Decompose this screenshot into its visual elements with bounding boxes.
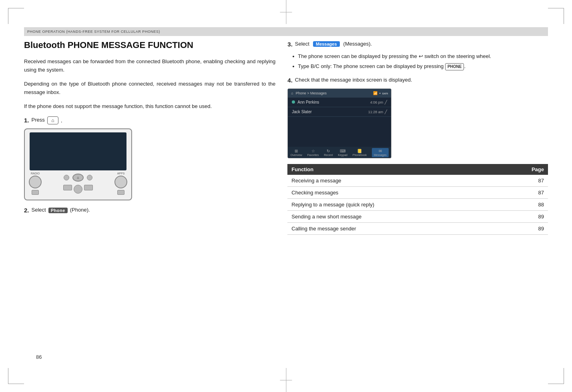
bullet-1: The phone screen can be displayed by pre…: [292, 52, 548, 61]
phone-screen-mockup: ⌂ Phone > Messages 📶 ▪ sxm Ann Perkins 4…: [287, 88, 391, 158]
steering-icon: ↩: [419, 53, 423, 59]
page-title: Bluetooth PHONE MESSAGE FUNCTION: [24, 40, 275, 50]
radio-label: RADIO: [31, 172, 40, 175]
messages-badge: Messages: [313, 41, 340, 47]
nav-btn: [74, 185, 82, 194]
step-3-text: Select: [295, 40, 309, 48]
signal-icon: ▪: [379, 91, 380, 95]
step-1-label: 1.: [24, 117, 29, 124]
step-2-block: 2. Select Phone (Phone).: [24, 206, 275, 214]
header-text: PHONE OPERATION (HANDS-FREE SYSTEM FOR C…: [27, 30, 160, 34]
table-row: Calling the message sender 89: [287, 223, 548, 235]
crosshair-bottom: [286, 368, 286, 392]
intro-para-3: If the phone does not support the messag…: [24, 102, 275, 111]
phone-badge-inline: PHONE: [445, 63, 464, 70]
contact-2: Jack Slater 11:28 am ╱: [288, 107, 391, 117]
function-table: Function Page Receiving a message 87 Che…: [287, 164, 548, 235]
left-column: Bluetooth PHONE MESSAGE FUNCTION Receive…: [24, 40, 275, 368]
step-1-text: Press: [32, 116, 45, 124]
step-4-text: Check that the message inbox screen is d…: [295, 76, 412, 84]
reg-mark-bl: [8, 368, 24, 384]
step-2-text: Select: [32, 206, 46, 214]
table-row: Replying to a message (quick reply) 88: [287, 199, 548, 211]
radio-knob: [29, 176, 42, 188]
step-2-inline: 2. Select Phone (Phone).: [24, 206, 275, 214]
right-column: 3. Select Messages (Messages). The phone…: [287, 40, 548, 368]
reg-mark-tr: [548, 8, 564, 24]
step-3-after: (Messages).: [343, 40, 372, 48]
tab-favorites-label: Favorites: [307, 154, 319, 156]
header-bar: PHONE OPERATION (HANDS-FREE SYSTEM FOR C…: [24, 27, 548, 36]
apps-label: APPS: [117, 172, 125, 175]
step-4-label: 4.: [287, 77, 293, 84]
func-5-page: 89: [524, 223, 548, 235]
apps-knob: [114, 176, 127, 188]
tab-messages: ✉ Messages: [372, 148, 389, 157]
center-controls: ⌂: [63, 174, 93, 194]
breadcrumb-text: Phone > Messages: [296, 91, 371, 95]
step-1-inline: 1. Press ⌂ .: [24, 116, 275, 124]
tab-keypad: ⌨ Keypad: [338, 149, 347, 156]
step-4-inline: 4. Check that the message inbox screen i…: [287, 76, 548, 84]
reg-mark-br: [548, 368, 564, 384]
tab-recent: ↻ Recent: [324, 149, 333, 156]
tab-keypad-label: Keypad: [338, 154, 347, 156]
func-1-page: 87: [524, 175, 548, 187]
contact-1-name: Ann Perkins: [297, 100, 370, 104]
wifi-icon: 📶: [373, 91, 377, 95]
step-2-label: 2.: [24, 207, 29, 214]
step-3-bullets: The phone screen can be displayed by pre…: [292, 52, 548, 71]
sxm-label: sxm: [382, 92, 388, 95]
tab-overview-label: Overview: [291, 154, 302, 156]
contact-1: Ann Perkins 4:06 pm ╱: [288, 98, 391, 107]
home-icon-small: ⌂: [291, 91, 293, 95]
car-controls: RADIO ⌂: [29, 172, 127, 195]
tab-overview: ⊞ Overview: [291, 149, 302, 156]
right-arrow: [87, 175, 92, 180]
phone-bottom-tabbar: ⊞ Overview ☆ Favorites ↻ Recent ⌨ Keypad: [288, 147, 391, 158]
center-home-btn: ⌂: [72, 174, 84, 182]
func-4-name: Sending a new short message: [287, 211, 524, 223]
car-screen: [30, 132, 126, 170]
tab-favorites: ☆ Favorites: [307, 149, 319, 156]
func-2-page: 87: [524, 187, 548, 199]
func-2-name: Checking messages: [287, 187, 524, 199]
contact-2-time: 11:28 am: [368, 110, 383, 114]
tab-phonebook-label: Phonebook: [353, 154, 367, 156]
contact-1-arrow: ╱: [385, 100, 387, 104]
reg-mark-tl: [8, 8, 24, 24]
step-1-period: .: [61, 117, 62, 124]
left-arrow: [64, 175, 69, 180]
table-header-function: Function: [287, 164, 524, 175]
intro-para-1: Received messages can be forwarded from …: [24, 58, 275, 74]
table-row: Checking messages 87: [287, 187, 548, 199]
phone-badge: Phone: [48, 208, 68, 213]
func-3-page: 88: [524, 199, 548, 211]
func-4-page: 89: [524, 211, 548, 223]
tab-messages-label: Messages: [374, 154, 387, 156]
status-icons: 📶 ▪ sxm: [373, 91, 388, 95]
step-2-after: (Phone).: [70, 206, 90, 214]
tab-phonebook: 📒 Phonebook: [353, 149, 367, 156]
prev-btn: [32, 190, 39, 195]
intro-para-2: Depending on the type of Bluetooth phone…: [24, 80, 275, 97]
contact-2-name: Jack Slater: [292, 110, 368, 114]
table-row: Sending a new short message 89: [287, 211, 548, 223]
table-row: Receiving a message 87: [287, 175, 548, 187]
func-5-name: Calling the message sender: [287, 223, 524, 235]
car-head-unit: RADIO ⌂: [24, 128, 132, 200]
func-3-name: Replying to a message (quick reply): [287, 199, 524, 211]
step-3-inline: 3. Select Messages (Messages).: [287, 40, 548, 48]
media-next: [84, 185, 93, 190]
page-number: 86: [36, 354, 42, 360]
bullet-2: Type B/C only: The phone screen can be d…: [292, 62, 548, 71]
next-btn: [117, 190, 124, 195]
func-1-name: Receiving a message: [287, 175, 524, 187]
content-area: Bluetooth PHONE MESSAGE FUNCTION Receive…: [24, 40, 548, 368]
contact-1-time: 4:06 pm: [370, 100, 383, 104]
contact-2-arrow: ╱: [385, 110, 387, 114]
crosshair-top: [286, 0, 286, 24]
table-header-page: Page: [524, 164, 548, 175]
home-button-icon: ⌂: [47, 116, 58, 124]
step-1-block: 1. Press ⌂ . RADIO: [24, 116, 275, 200]
